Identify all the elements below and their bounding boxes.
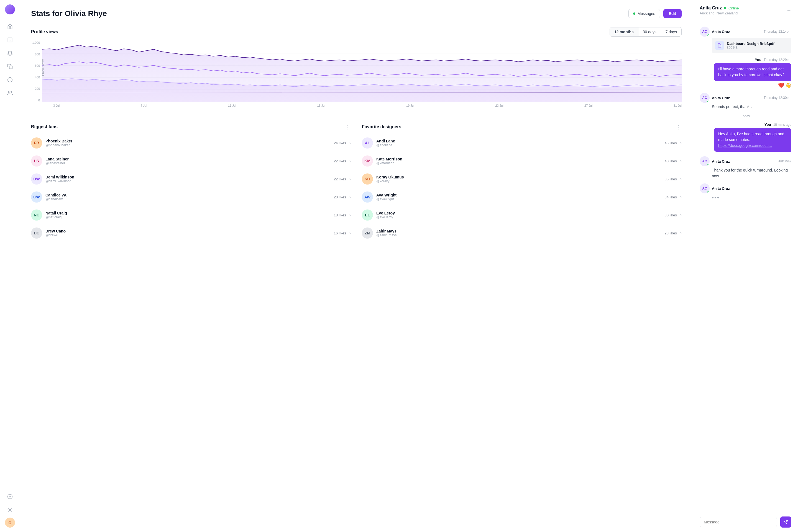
designer-info-eve: Eve Leroy @eve.leroy	[376, 211, 665, 219]
fan-chevron-icon[interactable]: ›	[349, 140, 351, 146]
main-content: Stats for Olivia Rhye Messages Edit Prof…	[20, 0, 693, 532]
message-text-3: Sounds perfect, thanks!	[712, 104, 753, 109]
send-message-button[interactable]	[780, 516, 791, 528]
fan-chevron-icon[interactable]: ›	[349, 194, 351, 200]
fan-chevron-icon[interactable]: ›	[349, 230, 351, 235]
fan-info-drew: Drew Cano @drewc	[45, 229, 334, 237]
user-avatar[interactable]: O	[5, 518, 15, 528]
chat-messages: AC Anita Cruz Thursday 12:14pm Dashboard…	[693, 21, 798, 512]
anita-online-indicator	[707, 34, 709, 37]
file-attachment: Dashboard Design Brief.pdf 800 KB	[712, 38, 791, 53]
designer-avatar-andi: AL	[362, 137, 373, 149]
anita-avatar-1: AC	[700, 26, 709, 37]
page-title: Stats for Olivia Rhye	[31, 9, 107, 18]
anita-online-indicator	[707, 100, 709, 103]
fan-chevron-icon[interactable]: ›	[349, 158, 351, 164]
designer-chevron-icon[interactable]: ›	[680, 140, 682, 146]
sidebar-item-analytics[interactable]	[4, 34, 16, 45]
message-group-6: AC Anita Cruz	[700, 184, 791, 201]
message-link[interactable]: https://docs.google.com/docu...	[718, 143, 772, 148]
message-reactions-2: ❤️ 👋	[778, 82, 791, 89]
fan-row: CW Candice Wu @candicewu 20 likes ›	[31, 188, 351, 206]
designer-row: AW Ava Wright @avawright 34 likes ›	[362, 188, 682, 206]
biggest-fans-more-button[interactable]: ⋮	[345, 124, 351, 130]
edit-button[interactable]: Edit	[663, 9, 682, 18]
chat-navigate-button[interactable]: →	[786, 7, 791, 13]
online-indicator	[633, 13, 635, 15]
message-input[interactable]	[700, 517, 777, 527]
page-header: Stats for Olivia Rhye Messages Edit	[31, 9, 682, 18]
designer-chevron-icon[interactable]: ›	[680, 158, 682, 164]
message-group-2: Thursday 12:29pm You I'll have a more th…	[700, 58, 791, 89]
fan-row: NC Natali Craig @nat.craig 18 likes ›	[31, 206, 351, 224]
svg-text:O: O	[8, 521, 11, 525]
designer-info-andi: Andi Lane @andilane	[376, 139, 665, 147]
fan-row: DC Drew Cano @drewc 16 likes ›	[31, 224, 351, 242]
fan-info-demi: Demi Wilkinson @demi_wilkinson	[45, 175, 334, 183]
fan-avatar-phoenix: PB	[31, 137, 42, 149]
messages-button[interactable]: Messages	[628, 9, 660, 18]
period-tab-7days[interactable]: 7 days	[661, 27, 681, 36]
fan-chevron-icon[interactable]: ›	[349, 176, 351, 182]
chat-divider-today: Today	[700, 114, 791, 118]
designer-row: ZM Zahir Mays @zahir_mays 28 likes ›	[362, 224, 682, 242]
designer-info-ava: Ava Wright @avawright	[376, 193, 665, 201]
anita-avatar-6: AC	[700, 184, 709, 193]
designer-row: AL Andi Lane @andilane 46 likes ›	[362, 134, 682, 152]
anita-avatar-3: AC	[700, 93, 709, 103]
chart-y-label: Profile views	[41, 59, 44, 76]
favorite-designers-more-button[interactable]: ⋮	[676, 124, 682, 130]
fan-info-lana: Lana Steiner @lanasteiner	[45, 157, 334, 165]
chart-svg	[42, 41, 682, 102]
designer-chevron-icon[interactable]: ›	[680, 194, 682, 200]
period-tab-30days[interactable]: 30 days	[639, 27, 661, 36]
favorite-designers-title: Favorite designers	[362, 125, 401, 129]
chat-online-dot	[724, 7, 726, 9]
sidebar-item-gear[interactable]	[4, 504, 16, 515]
typing-indicator	[712, 194, 791, 201]
anita-online-indicator	[707, 191, 709, 193]
svg-marker-4	[7, 51, 12, 53]
message-bubble-2: I'll have a more thorough read and get b…	[714, 63, 791, 81]
sidebar: O	[0, 0, 20, 532]
message-text-5: Thank you for the quick turnaround. Look…	[712, 168, 788, 178]
fan-avatar-candice: CW	[31, 191, 42, 203]
chart-container: 1,000 800 600 400 200 0 Profile views	[31, 41, 682, 113]
app-logo[interactable]	[5, 4, 15, 14]
sidebar-item-users[interactable]	[4, 88, 16, 99]
designer-row: KO Koray Okumus @korayy 36 likes ›	[362, 170, 682, 188]
chat-input-area	[693, 512, 798, 532]
sidebar-item-copy[interactable]	[4, 61, 16, 72]
sidebar-item-settings-circle[interactable]	[4, 491, 16, 502]
chat-user-name: Anita Cruz Online	[700, 5, 739, 11]
chat-user-info: Anita Cruz Online Auckland, New Zealand	[700, 5, 739, 15]
period-tab-12months[interactable]: 12 months	[610, 27, 639, 36]
file-icon	[715, 41, 724, 50]
chat-panel: Anita Cruz Online Auckland, New Zealand …	[693, 0, 798, 532]
sidebar-item-clock[interactable]	[4, 74, 16, 86]
designer-chevron-icon[interactable]: ›	[680, 176, 682, 182]
chart-section-header: Profile views 12 months 30 days 7 days	[31, 27, 682, 37]
designer-avatar-kate: KM	[362, 155, 373, 167]
designer-avatar-koray: KO	[362, 173, 373, 185]
sidebar-item-layers[interactable]	[4, 48, 16, 59]
sidebar-item-home[interactable]	[4, 21, 16, 32]
svg-rect-5	[9, 66, 12, 69]
fan-avatar-drew: DC	[31, 227, 42, 239]
fan-row: LS Lana Steiner @lanasteiner 22 likes ›	[31, 152, 351, 170]
chat-online-label: Online	[728, 6, 739, 10]
profile-views-section: Profile views 12 months 30 days 7 days 1…	[31, 27, 682, 113]
fan-chevron-icon[interactable]: ›	[349, 212, 351, 217]
svg-point-7	[8, 91, 10, 93]
designer-info-koray: Koray Okumus @korayy	[376, 175, 665, 183]
designer-avatar-eve: EL	[362, 209, 373, 221]
svg-point-10	[9, 509, 11, 511]
favorite-designers-section: Favorite designers ⋮ AL Andi Lane @andil…	[362, 124, 682, 242]
biggest-fans-title: Biggest fans	[31, 125, 58, 129]
svg-point-9	[9, 496, 11, 497]
fan-row: PB Phoenix Baker @phoenix.baker 24 likes…	[31, 134, 351, 152]
fan-info-candice: Candice Wu @candicewu	[45, 193, 334, 201]
message-group-4: 10 mins ago You Hey Anita, I've had a re…	[700, 122, 791, 152]
designer-chevron-icon[interactable]: ›	[680, 212, 682, 217]
designer-chevron-icon[interactable]: ›	[680, 230, 682, 235]
